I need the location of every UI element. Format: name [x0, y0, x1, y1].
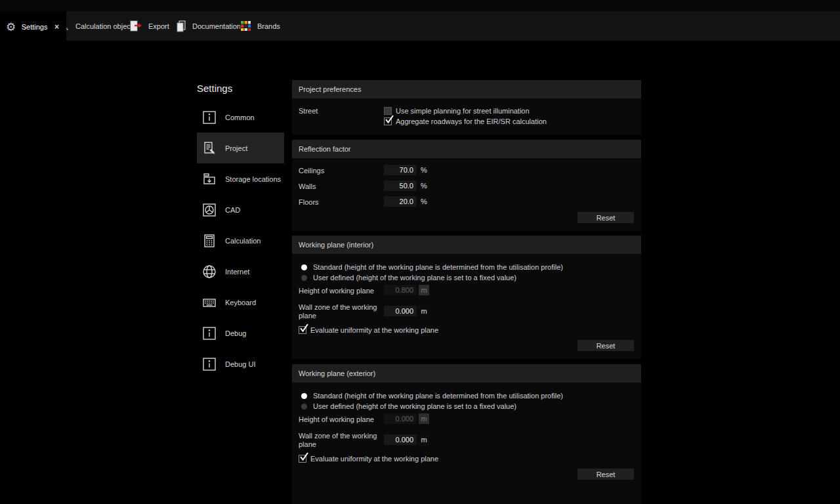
- interior-evaluate-label: Evaluate uniformity at the working plane: [310, 326, 438, 334]
- calculator-icon: [202, 234, 217, 248]
- sidebar-item-keyboard[interactable]: Keyboard: [197, 287, 284, 318]
- exterior-radio-standard[interactable]: [301, 393, 307, 399]
- exterior-height-unit: m: [419, 413, 429, 424]
- sidebar-item-internet[interactable]: Internet: [197, 256, 284, 287]
- interior-radio-user-defined[interactable]: [301, 275, 307, 281]
- street-label: Street: [299, 107, 318, 115]
- tab-brands-label: Brands: [257, 22, 280, 30]
- ceilings-unit: %: [419, 165, 429, 175]
- exterior-height-label: Height of working plane: [299, 415, 374, 423]
- interior-height-unit: m: [419, 285, 429, 295]
- interior-wall-zone-unit: m: [419, 306, 429, 316]
- exterior-wall-zone-input[interactable]: [384, 434, 417, 445]
- close-icon[interactable]: ×: [53, 22, 60, 32]
- walls-input[interactable]: [384, 180, 417, 191]
- sidebar-item-label: Keyboard: [225, 299, 256, 306]
- settings-project-panel: Project preferences Street Use simple pl…: [292, 80, 641, 504]
- sidebar-item-label: Project: [225, 144, 247, 152]
- sidebar-item-label: CAD: [225, 206, 240, 214]
- sidebar-item-common[interactable]: Common: [197, 102, 284, 133]
- exterior-radio-user-defined-label: User defined (height of the working plan…: [313, 402, 516, 410]
- sidebar-item-calculation[interactable]: Calculation: [197, 225, 284, 256]
- tab-settings[interactable]: ⚙ Settings ×: [0, 11, 66, 43]
- sidebar-item-label: Internet: [225, 268, 249, 276]
- interior-wall-zone-label: Wall zone of the working plane: [299, 303, 381, 320]
- section-header-working-plane-exterior: Working plane (exterior): [292, 364, 641, 383]
- globe-icon: [202, 264, 217, 279]
- checkbox-aggregate-roadways-label: Aggregate roadways for the EIR/SR calcul…: [396, 117, 547, 125]
- settings-sidebar: Common Project Storage locations: [197, 102, 284, 379]
- floors-unit: %: [419, 196, 429, 207]
- exterior-radio-standard-label: Standard (height of the working plane is…: [313, 392, 563, 400]
- exterior-evaluate-checkbox[interactable]: [299, 455, 306, 463]
- section-header-working-plane-interior: Working plane (interior): [292, 236, 641, 254]
- sidebar-item-label: Storage locations: [225, 175, 281, 183]
- floors-label: Floors: [299, 198, 319, 206]
- exterior-wall-zone-unit: m: [419, 434, 429, 445]
- sidebar-item-debug[interactable]: Debug: [197, 318, 284, 348]
- sidebar-item-project[interactable]: Project: [197, 133, 284, 163]
- tab-calculation-objects[interactable]: Calculation objects: [54, 11, 138, 41]
- sidebar-item-storage-locations[interactable]: Storage locations: [197, 163, 284, 194]
- tab-export[interactable]: Export: [127, 11, 172, 41]
- tab-brands[interactable]: Brands: [238, 11, 283, 41]
- interior-height-label: Height of working plane: [299, 287, 374, 295]
- interior-height-input[interactable]: [384, 285, 417, 295]
- interior-wall-zone-input[interactable]: [384, 306, 417, 316]
- interior-radio-user-defined-label: User defined (height of the working plan…: [313, 274, 516, 282]
- sidebar-item-label: Debug UI: [225, 360, 255, 368]
- sidebar-item-cad[interactable]: CAD: [197, 194, 284, 225]
- window-title-bar: [0, 0, 840, 11]
- section-body-project-preferences: Street Use simple planning for street il…: [292, 98, 641, 135]
- keyboard-icon: [202, 295, 217, 310]
- walls-unit: %: [419, 180, 429, 191]
- exterior-radio-user-defined[interactable]: [301, 404, 307, 410]
- section-body-working-plane-interior: Standard (height of the working plane is…: [292, 254, 641, 359]
- info-icon: [202, 357, 217, 371]
- checkbox-simple-planning[interactable]: [384, 107, 392, 115]
- exterior-wall-zone-label: Wall zone of the working plane: [299, 432, 381, 449]
- interior-evaluate-checkbox[interactable]: [299, 326, 306, 334]
- ceilings-input[interactable]: [384, 165, 417, 175]
- info-icon: [202, 326, 217, 341]
- checkbox-simple-planning-label: Use simple planning for street illuminat…: [396, 107, 530, 115]
- brands-grid-icon: [240, 20, 251, 32]
- cad-sphere-icon: [202, 203, 217, 217]
- tab-documentation-label: Documentation: [192, 22, 241, 30]
- check-icon: [299, 324, 309, 333]
- ceilings-label: Ceilings: [299, 167, 324, 175]
- section-body-reflection-factor: Ceilings % Walls % Floors % Reset: [292, 158, 641, 231]
- tab-documentation[interactable]: Documentation: [173, 11, 243, 41]
- info-icon: [202, 110, 217, 125]
- tab-settings-label: Settings: [22, 23, 48, 31]
- exterior-evaluate-label: Evaluate uniformity at the working plane: [310, 455, 438, 463]
- section-body-working-plane-exterior: Standard (height of the working plane is…: [292, 383, 641, 504]
- gear-icon: ⚙: [6, 22, 16, 33]
- section-header-project-preferences: Project preferences: [292, 80, 641, 98]
- interior-reset-button[interactable]: Reset: [578, 340, 634, 351]
- sidebar-item-debug-ui[interactable]: Debug UI: [197, 348, 284, 379]
- interior-radio-standard-label: Standard (height of the working plane is…: [313, 263, 563, 271]
- storage-box-icon: [202, 172, 217, 186]
- walls-label: Walls: [299, 182, 316, 190]
- sidebar-title: Settings: [197, 83, 232, 94]
- export-doc-icon: [129, 20, 142, 32]
- exterior-reset-button[interactable]: Reset: [578, 469, 634, 480]
- section-header-reflection-factor: Reflection factor: [292, 140, 641, 158]
- sidebar-item-label: Debug: [225, 329, 246, 337]
- tab-export-label: Export: [148, 22, 169, 30]
- exterior-height-input[interactable]: [384, 413, 417, 424]
- main-tab-bar: n Light Calculation objects: [0, 11, 840, 41]
- reflection-reset-button[interactable]: Reset: [578, 212, 634, 223]
- check-icon: [385, 115, 394, 124]
- check-icon: [299, 452, 309, 461]
- document-pencil-icon: [202, 141, 217, 156]
- interior-radio-standard[interactable]: [301, 264, 307, 270]
- pages-icon: [176, 20, 186, 32]
- checkbox-aggregate-roadways[interactable]: [384, 117, 392, 125]
- sidebar-item-label: Common: [225, 114, 255, 121]
- floors-input[interactable]: [384, 196, 417, 207]
- sidebar-item-label: Calculation: [225, 237, 261, 245]
